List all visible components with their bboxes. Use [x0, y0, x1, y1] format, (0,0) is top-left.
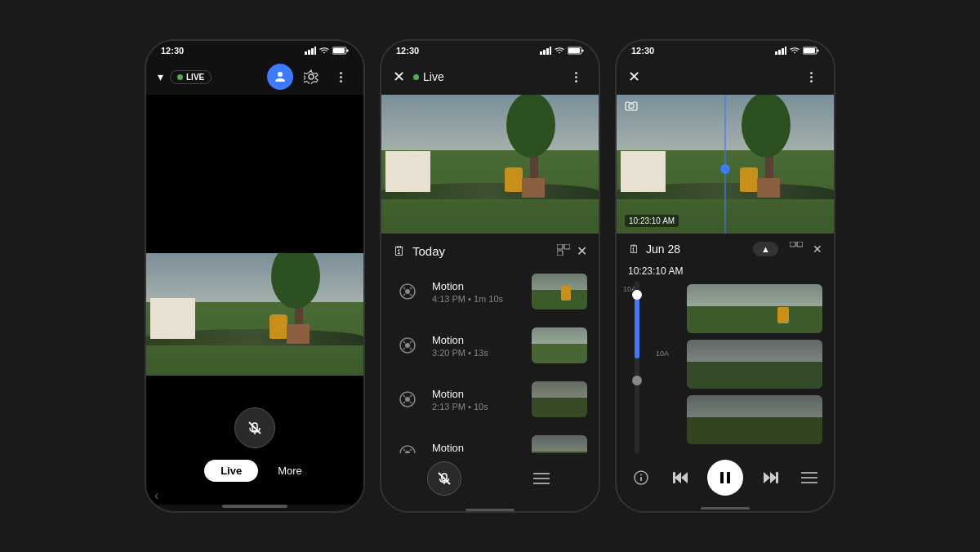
- status-icons-2: [540, 47, 584, 55]
- motion-info-3: Motion 2:13 PM • 10s: [432, 388, 522, 412]
- motion-info-1: Motion 4:13 PM • 1m 10s: [432, 280, 522, 304]
- chevron-down-icon[interactable]: ▾: [158, 70, 163, 83]
- info-icon: [633, 470, 649, 486]
- phone2-camera-view[interactable]: [381, 95, 599, 234]
- skip-forward-button[interactable]: [757, 465, 783, 491]
- svg-rect-56: [776, 472, 778, 483]
- close-section-button[interactable]: ✕: [577, 243, 587, 259]
- skip-back-button[interactable]: [668, 465, 694, 491]
- svg-point-8: [309, 74, 314, 79]
- timeline-thumb-3[interactable]: [687, 395, 822, 444]
- yard-scene-2: [381, 95, 599, 234]
- mic-mute-button-2[interactable]: [427, 461, 461, 496]
- bottom-tabs: Live More: [204, 460, 305, 482]
- close-button-3[interactable]: ✕: [628, 68, 640, 86]
- status-time-1: 12:30: [161, 46, 184, 56]
- motion-item-4[interactable]: Motion 12:08 PM • 1m 10s: [381, 427, 599, 453]
- phone-2: 12:30 ✕ Live: [380, 39, 600, 513]
- settings-button[interactable]: [300, 65, 323, 88]
- timeline-thumb-2[interactable]: [687, 340, 822, 389]
- timeline-handle-top[interactable]: [632, 290, 642, 300]
- motion-item-2[interactable]: Motion 3:20 PM • 13s: [381, 319, 599, 372]
- svg-point-43: [629, 104, 634, 109]
- live-tab[interactable]: Live: [204, 460, 258, 482]
- dots-vertical-icon-3: [810, 72, 813, 82]
- svg-point-48: [640, 474, 642, 476]
- svg-rect-2: [311, 48, 314, 55]
- timeline-section: 🗓 Jun 28 ▲ ✕ 10:23:10 AM 10A: [617, 234, 834, 453]
- motion-icon-2: [393, 331, 422, 360]
- more-options-button-2[interactable]: [564, 65, 587, 88]
- scrubber-handle[interactable]: [720, 164, 730, 174]
- timeline-fill: [635, 290, 639, 358]
- camera-icon: [625, 101, 638, 111]
- list-icon: [533, 472, 550, 485]
- list-view-button[interactable]: [530, 467, 553, 490]
- battery-icon-3: [803, 47, 819, 55]
- gear-icon: [304, 69, 318, 84]
- status-icons-1: [305, 47, 349, 55]
- close-timeline-button[interactable]: ✕: [813, 243, 822, 256]
- live-badge-2: Live: [413, 70, 444, 83]
- phone1-camera-view[interactable]: [146, 253, 363, 376]
- status-bar-1: 12:30: [146, 41, 363, 59]
- svg-rect-14: [546, 48, 549, 55]
- phone3-header: ✕: [617, 59, 834, 95]
- phone1-header: ▾ LIVE: [146, 59, 363, 95]
- grid-view-button-3[interactable]: [790, 242, 803, 256]
- more-tab[interactable]: More: [274, 460, 305, 482]
- svg-rect-19: [557, 244, 563, 249]
- phone1-content: Live More: [146, 95, 363, 505]
- svg-rect-38: [782, 48, 784, 55]
- svg-rect-17: [582, 50, 584, 52]
- timeline-body: 10A 10A: [617, 281, 834, 453]
- grid-view-button[interactable]: [557, 244, 570, 259]
- info-button[interactable]: [628, 465, 654, 491]
- motion-time-2: 3:20 PM • 13s: [432, 348, 522, 358]
- pause-button[interactable]: [707, 460, 743, 496]
- motion-sensor-icon-4: [399, 444, 416, 453]
- nav-pill-2: [466, 509, 514, 511]
- svg-rect-5: [347, 50, 349, 52]
- svg-rect-20: [564, 244, 570, 249]
- menu-icon: [801, 471, 817, 484]
- timeline-header: 🗓 Jun 28 ▲ ✕: [617, 234, 834, 261]
- timeline-thumb-1[interactable]: [687, 284, 822, 333]
- live-indicator-dot: [177, 74, 183, 80]
- phone-3: 12:30 ✕: [615, 39, 835, 513]
- grid-icon-3: [790, 242, 803, 253]
- status-bar-2: 12:30: [381, 41, 599, 59]
- svg-rect-42: [804, 48, 815, 53]
- phone1-black-bottom: Live More: [146, 376, 363, 505]
- status-bar-3: 12:30: [617, 41, 834, 59]
- close-button-2[interactable]: ✕: [393, 68, 405, 86]
- user-avatar[interactable]: [267, 64, 293, 90]
- phone-1: 12:30 ▾ LIVE: [145, 39, 365, 513]
- motion-item-1[interactable]: Motion 4:13 PM • 1m 10s: [381, 265, 599, 318]
- mic-mute-button[interactable]: [234, 407, 275, 448]
- motion-info-4: Motion 12:08 PM • 1m 10s: [432, 442, 522, 454]
- timeline-handle-bottom[interactable]: [632, 376, 642, 385]
- camera-timestamp: 10:23:10 AM: [625, 215, 679, 227]
- svg-rect-0: [305, 51, 307, 55]
- mic-mute-icon-2: [437, 471, 452, 486]
- back-chevron[interactable]: ‹: [154, 488, 158, 503]
- collapse-button-3[interactable]: ▲: [753, 242, 778, 256]
- menu-button-3[interactable]: [796, 465, 822, 491]
- status-time-3: 12:30: [631, 46, 654, 56]
- timeline-scrollbar[interactable]: [635, 281, 639, 453]
- more-options-button-1[interactable]: [329, 65, 352, 88]
- motion-item-3[interactable]: Motion 2:13 PM • 10s: [381, 373, 599, 425]
- timeline-bar-container: 10A: [625, 281, 649, 453]
- svg-rect-51: [673, 472, 675, 483]
- more-options-button-3[interactable]: [800, 65, 822, 88]
- motion-sensor-icon-3: [399, 390, 416, 408]
- skip-back-icon: [673, 470, 689, 485]
- phone2-bottom: 🗓 Today ✕: [381, 234, 599, 509]
- phone3-camera-view[interactable]: 10:23:10 AM: [617, 95, 834, 234]
- camera-overlay-icon: [625, 101, 638, 111]
- dots-vertical-icon-2: [575, 72, 577, 82]
- skip-forward-icon: [762, 470, 778, 485]
- live-dot-2: [413, 74, 419, 80]
- calendar-icon: 🗓: [393, 244, 406, 259]
